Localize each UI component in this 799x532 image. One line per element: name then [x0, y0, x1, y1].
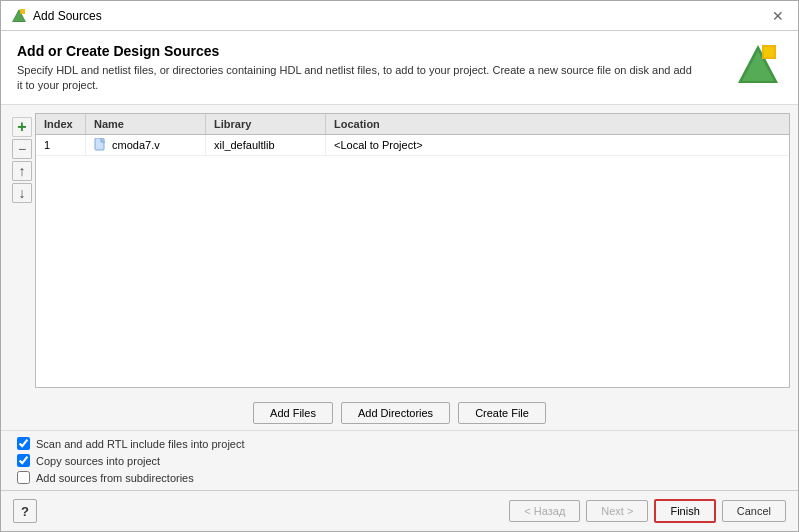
- close-button[interactable]: ✕: [768, 9, 788, 23]
- add-row-button[interactable]: +: [12, 117, 32, 137]
- remove-row-button[interactable]: −: [12, 139, 32, 159]
- footer-right: < Назад Next > Finish Cancel: [509, 499, 786, 523]
- cell-name: cmoda7.v: [86, 135, 206, 155]
- cell-library: xil_defaultlib: [206, 135, 326, 155]
- scan-rtl-checkbox[interactable]: [17, 437, 30, 450]
- file-icon: [94, 138, 108, 152]
- move-down-button[interactable]: ↓: [12, 183, 32, 203]
- cell-index: 1: [36, 135, 86, 155]
- add-subdirs-label: Add sources from subdirectories: [36, 472, 194, 484]
- sources-table: Index Name Library Location 1: [35, 113, 790, 388]
- bottom-buttons: Add Files Add Directories Create File: [1, 396, 798, 430]
- col-location: Location: [326, 114, 789, 134]
- svg-rect-2: [20, 9, 25, 14]
- checkbox-row-scan: Scan and add RTL include files into proj…: [17, 437, 782, 450]
- svg-rect-6: [764, 47, 774, 57]
- add-sources-dialog: Add Sources ✕ Add or Create Design Sourc…: [0, 0, 799, 532]
- add-subdirs-checkbox[interactable]: [17, 471, 30, 484]
- move-up-button[interactable]: ↑: [12, 161, 32, 181]
- vivado-logo: [734, 43, 782, 91]
- table-body: 1 cmoda7.v xil_defaultlib <Local to Proj…: [36, 135, 789, 387]
- add-files-button[interactable]: Add Files: [253, 402, 333, 424]
- cancel-button[interactable]: Cancel: [722, 500, 786, 522]
- left-toolbar: + − ↑ ↓: [9, 113, 35, 388]
- finish-button[interactable]: Finish: [654, 499, 715, 523]
- col-name: Name: [86, 114, 206, 134]
- help-button[interactable]: ?: [13, 499, 37, 523]
- create-file-button[interactable]: Create File: [458, 402, 546, 424]
- dialog-title: Add Sources: [33, 9, 102, 23]
- header-heading: Add or Create Design Sources: [17, 43, 697, 59]
- header-text: Add or Create Design Sources Specify HDL…: [17, 43, 697, 94]
- col-index: Index: [36, 114, 86, 134]
- checkbox-row-subdirs: Add sources from subdirectories: [17, 471, 782, 484]
- table-row[interactable]: 1 cmoda7.v xil_defaultlib <Local to Proj…: [36, 135, 789, 156]
- add-directories-button[interactable]: Add Directories: [341, 402, 450, 424]
- content-area: + − ↑ ↓ Index Name Library Location 1: [1, 105, 798, 396]
- table-header: Index Name Library Location: [36, 114, 789, 135]
- scan-rtl-label: Scan and add RTL include files into proj…: [36, 438, 245, 450]
- col-library: Library: [206, 114, 326, 134]
- copy-sources-checkbox[interactable]: [17, 454, 30, 467]
- header-description: Specify HDL and netlist files, or direct…: [17, 63, 697, 94]
- dialog-icon: [11, 8, 27, 24]
- cell-location: <Local to Project>: [326, 135, 789, 155]
- header-section: Add or Create Design Sources Specify HDL…: [1, 31, 798, 105]
- title-bar: Add Sources ✕: [1, 1, 798, 31]
- title-bar-left: Add Sources: [11, 8, 102, 24]
- back-button[interactable]: < Назад: [509, 500, 580, 522]
- checkboxes-section: Scan and add RTL include files into proj…: [1, 430, 798, 490]
- footer: ? < Назад Next > Finish Cancel: [1, 490, 798, 531]
- next-button[interactable]: Next >: [586, 500, 648, 522]
- checkbox-row-copy: Copy sources into project: [17, 454, 782, 467]
- copy-sources-label: Copy sources into project: [36, 455, 160, 467]
